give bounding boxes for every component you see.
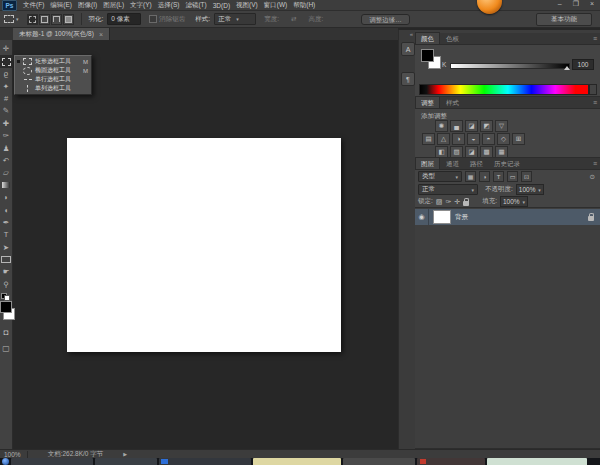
zoom-level-field[interactable]: 100% <box>4 451 21 458</box>
k-value-field[interactable]: 100 <box>572 59 594 70</box>
path-selection-tool[interactable]: ➤ <box>0 241 13 253</box>
tool-preset-picker[interactable]: ▾ <box>4 15 19 23</box>
lock-transparency-icon[interactable]: ▨ <box>436 198 443 205</box>
rectangular-marquee-tool[interactable] <box>0 55 13 67</box>
menu-filter[interactable]: 滤镜(T) <box>185 1 206 10</box>
taskbar-button[interactable] <box>253 458 341 465</box>
spectrum-end-swatches[interactable] <box>588 84 597 95</box>
refine-edge-button[interactable]: 调整边缘… <box>361 14 410 25</box>
tab-paths[interactable]: 路径 <box>465 158 488 169</box>
move-tool[interactable]: ✛ <box>0 43 13 55</box>
tab-close-icon[interactable]: × <box>99 31 103 38</box>
layer-thumbnail[interactable] <box>433 210 451 224</box>
expand-panels-icon[interactable]: « <box>410 31 413 37</box>
filter-pixel-layers-icon[interactable]: ▦ <box>465 171 476 182</box>
gradient-tool[interactable] <box>0 179 13 191</box>
adjustment-icon[interactable]: ◩ <box>480 120 493 132</box>
adjustment-icon[interactable]: ◒ <box>467 133 480 145</box>
style-select[interactable]: 正常▾ <box>214 13 256 25</box>
eraser-tool[interactable]: ▱ <box>0 167 13 179</box>
adjustment-icon[interactable]: △ <box>437 133 450 145</box>
clone-stamp-tool[interactable]: ♟ <box>0 142 13 154</box>
k-slider-knob[interactable] <box>564 66 570 70</box>
taskbar-button[interactable] <box>417 458 485 465</box>
document-canvas[interactable] <box>67 138 341 352</box>
adjustment-icon[interactable]: ◇ <box>497 133 510 145</box>
antialias-checkbox[interactable]: 消除锯齿 <box>149 15 185 24</box>
zoom-tool[interactable]: ⚲ <box>0 278 13 290</box>
taskbar-button[interactable] <box>487 458 587 465</box>
flyout-item-single-row-marquee[interactable]: 单行选框工具 <box>15 75 91 84</box>
tab-adjustments[interactable]: 调整 <box>415 96 440 108</box>
minimize-button[interactable]: – <box>558 0 562 8</box>
menu-select[interactable]: 选择(S) <box>158 1 180 10</box>
subtract-from-selection-button[interactable] <box>51 14 62 25</box>
menu-window[interactable]: 窗口(W) <box>264 1 287 10</box>
tab-color[interactable]: 颜色 <box>415 32 440 44</box>
adjustment-icon[interactable]: ▽ <box>495 120 508 132</box>
link-dimensions-icon[interactable]: ⇄ <box>291 15 296 23</box>
fill-input[interactable]: 100%▾ <box>500 196 528 207</box>
menu-layer[interactable]: 图层(L) <box>103 1 124 10</box>
adjustment-icon[interactable]: ✺ <box>435 120 448 132</box>
intersect-selection-button[interactable] <box>63 14 74 25</box>
adjustment-icon[interactable]: ▩ <box>480 146 493 158</box>
menu-image[interactable]: 图像(I) <box>78 1 97 10</box>
menu-file[interactable]: 文件(F) <box>23 1 44 10</box>
foreground-color-swatch[interactable] <box>421 49 434 62</box>
adjustment-icon[interactable]: ◓ <box>482 133 495 145</box>
menu-view[interactable]: 视图(V) <box>236 1 258 10</box>
eyedropper-tool[interactable]: ✎ <box>0 105 13 117</box>
taskbar-button[interactable] <box>95 458 157 465</box>
panel-menu-icon[interactable]: ≡ <box>593 160 597 167</box>
lock-all-icon[interactable] <box>463 201 469 206</box>
crop-tool[interactable]: # <box>0 93 13 105</box>
brush-tool[interactable]: ✑ <box>0 130 13 142</box>
lasso-tool[interactable]: ϱ <box>0 68 13 80</box>
tab-layers[interactable]: 图层 <box>415 157 440 169</box>
character-panel-icon[interactable]: A <box>401 42 415 56</box>
k-slider[interactable] <box>450 63 570 69</box>
filter-adjustment-layers-icon[interactable]: ◑ <box>479 171 490 182</box>
quick-mask-button[interactable]: ◘ <box>0 326 13 339</box>
hand-tool[interactable]: ☛ <box>0 266 13 278</box>
panel-menu-icon[interactable]: ≡ <box>593 35 597 42</box>
layer-row-background[interactable]: ◉ 背景 <box>415 209 600 225</box>
adjustment-icon[interactable]: ▄ <box>450 120 463 132</box>
layer-filter-select[interactable]: 类型▾ <box>418 171 462 182</box>
tab-swatches[interactable]: 色板 <box>441 33 464 44</box>
filter-smart-object-icon[interactable]: ⊡ <box>521 171 532 182</box>
adjustment-icon[interactable]: ◪ <box>465 120 478 132</box>
feather-input[interactable]: 0 像素 <box>107 13 141 25</box>
dodge-tool[interactable]: ◖ <box>0 204 13 216</box>
menu-help[interactable]: 帮助(H) <box>293 1 315 10</box>
tab-history[interactable]: 历史记录 <box>489 158 525 169</box>
restore-button[interactable]: ❐ <box>573 0 579 8</box>
opacity-input[interactable]: 100%▾ <box>516 184 544 195</box>
menu-type[interactable]: 文字(Y) <box>130 1 152 10</box>
quick-selection-tool[interactable]: ✦ <box>0 80 13 92</box>
flyout-item-ellipse-marquee[interactable]: 椭圆选框工具 M <box>15 66 91 75</box>
screen-mode-button[interactable]: ▢ <box>0 342 13 355</box>
rectangle-tool[interactable] <box>0 254 13 266</box>
blend-mode-select[interactable]: 正常▾ <box>418 184 478 195</box>
tab-channels[interactable]: 通道 <box>441 158 464 169</box>
foreground-color-swatch[interactable] <box>0 301 12 313</box>
blur-tool[interactable]: ◗ <box>0 192 13 204</box>
canvas-area[interactable] <box>13 40 398 449</box>
adjustment-icon[interactable]: ▨ <box>450 146 463 158</box>
type-tool[interactable]: T <box>0 229 13 241</box>
add-to-selection-button[interactable] <box>39 14 50 25</box>
lock-pixels-icon[interactable]: ✑ <box>445 198 451 205</box>
menu-edit[interactable]: 编辑(E) <box>50 1 72 10</box>
tab-styles[interactable]: 样式 <box>441 97 464 108</box>
taskbar-button[interactable] <box>11 458 93 465</box>
new-selection-button[interactable] <box>27 14 38 25</box>
close-button[interactable]: × <box>590 0 594 8</box>
taskbar-button[interactable] <box>343 458 415 465</box>
history-brush-tool[interactable]: ↶ <box>0 155 13 167</box>
panel-menu-icon[interactable]: ≡ <box>593 99 597 106</box>
document-tab[interactable]: 未标题-1 @ 100%(灰色/8) × <box>13 28 110 40</box>
spot-healing-brush-tool[interactable]: ✚ <box>0 117 13 129</box>
adjustment-icon[interactable]: ⊞ <box>512 133 525 145</box>
